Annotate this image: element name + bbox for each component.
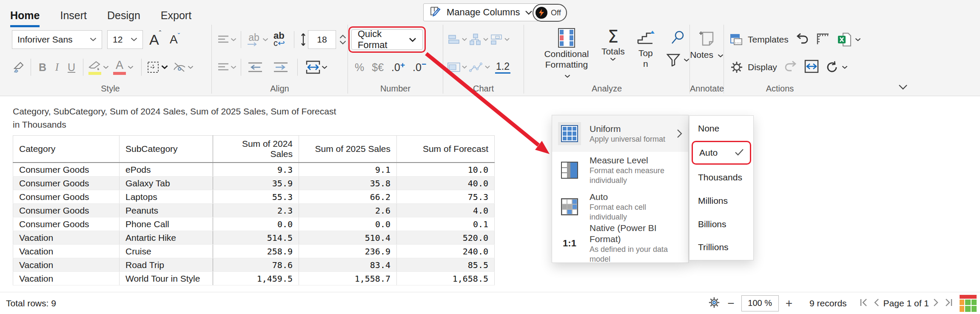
column-header-2025-sales[interactable]: Sum of 2025 Sales — [299, 136, 397, 163]
highlight-color-button[interactable] — [88, 59, 102, 76]
table-row[interactable]: Vacation Cruise 258.9 236.9 240.0 — [13, 245, 495, 258]
wrap-text-button[interactable]: ab c↩ — [271, 31, 290, 48]
currency-format-button[interactable]: $€ — [372, 61, 384, 74]
totals-button[interactable]: Σ Totals — [601, 28, 625, 61]
table-row[interactable]: Consumer Goods ePods 9.3 9.1 10.0 — [13, 163, 495, 177]
subcategory-cell[interactable]: World Tour in Style — [120, 272, 213, 285]
zoom-in-button[interactable]: + — [786, 297, 792, 309]
chevron-down-icon[interactable] — [161, 65, 168, 69]
bold-button[interactable]: B — [35, 59, 50, 76]
subcategory-cell[interactable]: ePods — [120, 163, 213, 177]
percent-format-button[interactable]: % — [355, 61, 364, 74]
submenu-item-auto-selected[interactable]: Auto — [692, 141, 751, 165]
collapse-ribbon-chevron[interactable] — [898, 84, 908, 90]
subcategory-cell[interactable]: Antartic Hike — [120, 231, 213, 245]
text-overflow-button[interactable]: ab — [245, 31, 262, 48]
hierarchy-chart-button[interactable] — [469, 31, 481, 48]
forecast-cell[interactable]: 0.1 — [397, 217, 495, 231]
sales-2024-cell[interactable]: 514.5 — [213, 231, 299, 245]
chevron-down-icon[interactable] — [483, 38, 488, 41]
sales-2025-cell[interactable]: 236.9 — [299, 245, 397, 258]
sales-2024-cell[interactable]: 2.3 — [213, 204, 299, 217]
category-cell[interactable]: Consumer Goods — [13, 163, 120, 177]
sales-2024-cell[interactable]: 1,459.5 — [213, 272, 299, 285]
decrease-decimal-button[interactable]: .0− — [413, 61, 426, 74]
sales-2025-cell[interactable]: 1,558.7 — [299, 272, 397, 285]
column-header-subcategory[interactable]: SubCategory — [120, 136, 213, 163]
cell-chart-button[interactable] — [447, 59, 460, 76]
redo-button[interactable] — [784, 60, 798, 74]
menu-item-native[interactable]: 1:1 Native (Power BI Format) As defined … — [552, 225, 688, 262]
column-width-button[interactable] — [305, 59, 322, 76]
submenu-item-billions[interactable]: Billions — [689, 214, 753, 235]
line-chart-button[interactable] — [469, 59, 483, 76]
search-button[interactable] — [670, 30, 686, 47]
chevron-down-icon[interactable] — [504, 38, 510, 41]
increase-indent-button[interactable] — [271, 59, 291, 76]
submenu-item-thousands[interactable]: Thousands — [689, 167, 753, 188]
notes-button[interactable]: Notes — [690, 25, 724, 60]
zoom-out-button[interactable]: − — [727, 297, 734, 309]
submenu-item-none[interactable]: None — [689, 118, 753, 139]
power-mode-toggle[interactable]: Off — [533, 4, 567, 22]
chevron-down-icon[interactable] — [231, 38, 236, 42]
forecast-cell[interactable]: 75.3 — [397, 190, 495, 204]
refresh-button[interactable] — [826, 61, 848, 74]
forecast-cell[interactable]: 240.0 — [397, 245, 495, 258]
next-page-button[interactable] — [933, 299, 939, 308]
zoom-level-box[interactable]: 100 % — [741, 295, 779, 311]
chevron-down-icon[interactable] — [322, 66, 328, 69]
fit-width-button[interactable] — [804, 60, 819, 75]
previous-page-button[interactable] — [873, 299, 879, 308]
table-row[interactable]: Vacation Road Trip 78.6 83.4 85.5 — [13, 258, 495, 272]
subcategory-cell[interactable]: Peanuts — [120, 204, 213, 217]
display-button[interactable]: Display — [730, 60, 777, 74]
last-page-button[interactable] — [943, 299, 953, 308]
decrease-indent-button[interactable] — [245, 59, 265, 76]
chevron-down-icon[interactable] — [128, 66, 134, 69]
chevron-down-icon[interactable] — [462, 66, 467, 69]
quick-format-button[interactable]: Quick Format — [351, 29, 423, 50]
top-n-button[interactable]: Top n — [636, 28, 655, 69]
menu-item-auto[interactable]: Auto Format each cell individually — [552, 188, 688, 225]
row-height-input[interactable]: 18 — [308, 30, 336, 49]
sales-2025-cell[interactable]: 0.0 — [299, 217, 397, 231]
sales-2025-cell[interactable]: 510.4 — [299, 231, 397, 245]
filter-button[interactable] — [667, 54, 689, 66]
forecast-cell[interactable]: 10.0 — [397, 163, 495, 177]
category-cell[interactable]: Consumer Goods — [13, 190, 120, 204]
sales-2024-cell[interactable]: 78.6 — [213, 258, 299, 272]
subcategory-cell[interactable]: Laptops — [120, 190, 213, 204]
category-cell[interactable]: Consumer Goods — [13, 217, 120, 231]
row-height-stepper[interactable] — [339, 34, 346, 45]
table-row[interactable]: Consumer Goods Laptops 55.3 66.2 75.3 — [13, 190, 495, 204]
subcategory-cell[interactable]: Phone Call — [120, 217, 213, 231]
chevron-down-icon[interactable] — [188, 66, 194, 69]
sales-2025-cell[interactable]: 35.8 — [299, 177, 397, 190]
menu-item-uniform[interactable]: Uniform Apply universal format — [552, 115, 688, 152]
submenu-item-millions[interactable]: Millions — [689, 190, 753, 211]
font-family-combo[interactable]: Inforiver Sans — [12, 30, 102, 49]
chevron-up-icon[interactable] — [339, 34, 346, 39]
forecast-cell[interactable]: 4.0 — [397, 204, 495, 217]
sales-2024-cell[interactable]: 35.9 — [213, 177, 299, 190]
export-excel-button[interactable] — [837, 32, 861, 47]
sales-2024-cell[interactable]: 55.3 — [213, 190, 299, 204]
horizontal-align-button[interactable] — [216, 59, 231, 76]
font-size-combo[interactable]: 12 — [107, 30, 143, 49]
category-cell[interactable]: Consumer Goods — [13, 177, 120, 190]
category-cell[interactable]: Vacation — [13, 245, 120, 258]
sales-2024-cell[interactable]: 9.3 — [213, 163, 299, 177]
chevron-down-icon[interactable] — [231, 66, 236, 69]
grow-font-button[interactable]: Aˆ — [148, 31, 162, 48]
column-header-category[interactable]: Category — [13, 136, 120, 163]
subcategory-cell[interactable]: Galaxy Tab — [120, 177, 213, 190]
undo-button[interactable] — [795, 33, 809, 46]
table-row[interactable]: Vacation World Tour in Style 1,459.5 1,5… — [13, 272, 495, 285]
category-cell[interactable]: Vacation — [13, 258, 120, 272]
sales-2025-cell[interactable]: 9.1 — [299, 163, 397, 177]
column-header-forecast[interactable]: Sum of Forecast — [397, 136, 495, 163]
category-cell[interactable]: Vacation — [13, 231, 120, 245]
bar-chart-button[interactable] — [447, 31, 460, 48]
forecast-cell[interactable]: 40.0 — [397, 177, 495, 190]
